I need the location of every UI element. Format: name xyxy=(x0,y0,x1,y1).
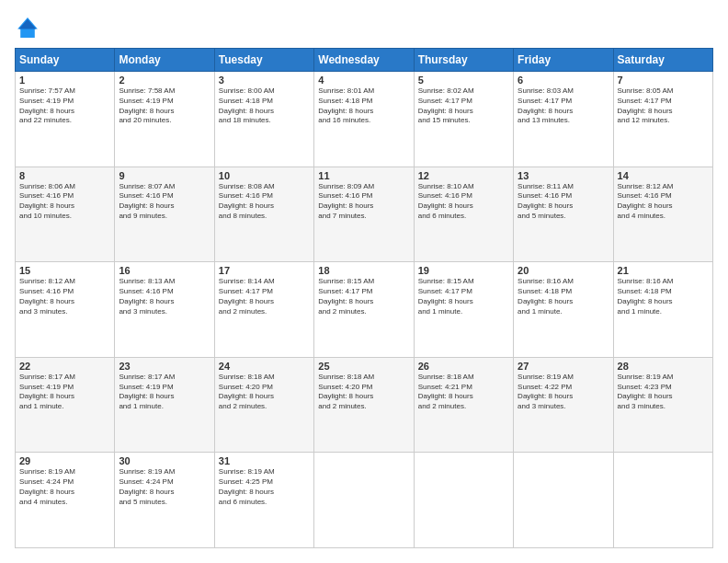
calendar-cell: 9Sunrise: 8:07 AMSunset: 4:16 PMDaylight… xyxy=(115,167,214,262)
day-number: 2 xyxy=(119,75,210,86)
calendar-cell: 5Sunrise: 8:02 AMSunset: 4:17 PMDaylight… xyxy=(414,72,513,167)
cell-info: Sunrise: 8:19 AMSunset: 4:22 PMDaylight:… xyxy=(518,373,609,412)
week-row-4: 22Sunrise: 8:17 AMSunset: 4:19 PMDayligh… xyxy=(16,357,713,453)
cell-info: Sunrise: 8:19 AMSunset: 4:25 PMDaylight:… xyxy=(219,467,310,507)
day-number: 10 xyxy=(219,170,310,181)
cell-info: Sunrise: 8:14 AMSunset: 4:17 PMDaylight:… xyxy=(219,277,310,316)
column-header-thursday: Thursday xyxy=(414,49,513,72)
calendar-cell: 19Sunrise: 8:15 AMSunset: 4:17 PMDayligh… xyxy=(414,262,513,358)
cell-info: Sunrise: 8:11 AMSunset: 4:16 PMDaylight:… xyxy=(518,182,609,222)
calendar-cell xyxy=(414,453,513,548)
calendar-cell: 24Sunrise: 8:18 AMSunset: 4:20 PMDayligh… xyxy=(214,357,313,453)
day-number: 4 xyxy=(318,75,409,86)
page: SundayMondayTuesdayWednesdayThursdayFrid… xyxy=(0,0,728,563)
calendar-cell: 15Sunrise: 8:12 AMSunset: 4:16 PMDayligh… xyxy=(16,262,115,358)
day-number: 18 xyxy=(318,265,409,276)
day-number: 27 xyxy=(518,361,609,372)
day-number: 13 xyxy=(518,170,609,181)
cell-info: Sunrise: 8:07 AMSunset: 4:16 PMDaylight:… xyxy=(119,182,210,222)
week-row-1: 1Sunrise: 7:57 AMSunset: 4:19 PMDaylight… xyxy=(16,72,713,167)
cell-info: Sunrise: 8:18 AMSunset: 4:21 PMDaylight:… xyxy=(418,373,509,412)
day-number: 7 xyxy=(618,75,709,86)
cell-info: Sunrise: 8:12 AMSunset: 4:16 PMDaylight:… xyxy=(618,182,709,222)
cell-info: Sunrise: 8:00 AMSunset: 4:18 PMDaylight:… xyxy=(219,86,310,126)
calendar-cell: 14Sunrise: 8:12 AMSunset: 4:16 PMDayligh… xyxy=(613,167,712,262)
calendar-cell: 4Sunrise: 8:01 AMSunset: 4:18 PMDaylight… xyxy=(314,72,414,167)
cell-info: Sunrise: 7:57 AMSunset: 4:19 PMDaylight:… xyxy=(19,86,110,126)
cell-info: Sunrise: 8:08 AMSunset: 4:16 PMDaylight:… xyxy=(219,182,310,222)
day-number: 22 xyxy=(19,361,110,372)
day-number: 5 xyxy=(418,75,509,86)
calendar-cell: 21Sunrise: 8:16 AMSunset: 4:18 PMDayligh… xyxy=(613,262,712,358)
day-number: 14 xyxy=(618,170,709,181)
cell-info: Sunrise: 8:12 AMSunset: 4:16 PMDaylight:… xyxy=(19,277,110,316)
day-number: 16 xyxy=(119,265,210,276)
day-number: 17 xyxy=(219,265,310,276)
day-number: 9 xyxy=(119,170,210,181)
cell-info: Sunrise: 8:03 AMSunset: 4:17 PMDaylight:… xyxy=(518,86,609,126)
week-row-3: 15Sunrise: 8:12 AMSunset: 4:16 PMDayligh… xyxy=(16,262,713,358)
calendar-cell: 31Sunrise: 8:19 AMSunset: 4:25 PMDayligh… xyxy=(214,453,313,548)
logo xyxy=(15,15,44,40)
calendar-cell: 29Sunrise: 8:19 AMSunset: 4:24 PMDayligh… xyxy=(16,453,115,548)
day-number: 25 xyxy=(318,361,409,372)
cell-info: Sunrise: 8:10 AMSunset: 4:16 PMDaylight:… xyxy=(418,182,509,222)
cell-info: Sunrise: 8:16 AMSunset: 4:18 PMDaylight:… xyxy=(618,277,709,316)
logo-icon xyxy=(15,15,40,40)
calendar-cell: 3Sunrise: 8:00 AMSunset: 4:18 PMDaylight… xyxy=(214,72,313,167)
calendar-cell xyxy=(314,453,414,548)
calendar-table: SundayMondayTuesdayWednesdayThursdayFrid… xyxy=(15,48,713,548)
day-number: 30 xyxy=(119,455,210,466)
calendar-cell: 18Sunrise: 8:15 AMSunset: 4:17 PMDayligh… xyxy=(314,262,414,358)
day-number: 31 xyxy=(219,455,310,466)
calendar-cell: 1Sunrise: 7:57 AMSunset: 4:19 PMDaylight… xyxy=(16,72,115,167)
day-number: 28 xyxy=(618,361,709,372)
day-number: 12 xyxy=(418,170,509,181)
cell-info: Sunrise: 8:13 AMSunset: 4:16 PMDaylight:… xyxy=(119,277,210,316)
cell-info: Sunrise: 8:09 AMSunset: 4:16 PMDaylight:… xyxy=(318,182,409,222)
cell-info: Sunrise: 8:06 AMSunset: 4:16 PMDaylight:… xyxy=(19,182,110,222)
cell-info: Sunrise: 8:15 AMSunset: 4:17 PMDaylight:… xyxy=(418,277,509,316)
day-number: 11 xyxy=(318,170,409,181)
calendar-cell: 12Sunrise: 8:10 AMSunset: 4:16 PMDayligh… xyxy=(414,167,513,262)
calendar-cell: 13Sunrise: 8:11 AMSunset: 4:16 PMDayligh… xyxy=(514,167,613,262)
cell-info: Sunrise: 8:18 AMSunset: 4:20 PMDaylight:… xyxy=(219,373,310,412)
calendar-cell: 2Sunrise: 7:58 AMSunset: 4:19 PMDaylight… xyxy=(115,72,214,167)
day-number: 24 xyxy=(219,361,310,372)
day-number: 3 xyxy=(219,75,310,86)
cell-info: Sunrise: 8:15 AMSunset: 4:17 PMDaylight:… xyxy=(318,277,409,316)
calendar-cell: 26Sunrise: 8:18 AMSunset: 4:21 PMDayligh… xyxy=(414,357,513,453)
cell-info: Sunrise: 8:17 AMSunset: 4:19 PMDaylight:… xyxy=(119,373,210,412)
calendar-cell: 20Sunrise: 8:16 AMSunset: 4:18 PMDayligh… xyxy=(514,262,613,358)
calendar-cell: 8Sunrise: 8:06 AMSunset: 4:16 PMDaylight… xyxy=(16,167,115,262)
column-header-saturday: Saturday xyxy=(613,49,712,72)
calendar-cell: 10Sunrise: 8:08 AMSunset: 4:16 PMDayligh… xyxy=(214,167,313,262)
calendar-header-row: SundayMondayTuesdayWednesdayThursdayFrid… xyxy=(16,49,713,72)
calendar-cell: 25Sunrise: 8:18 AMSunset: 4:20 PMDayligh… xyxy=(314,357,414,453)
calendar-cell: 17Sunrise: 8:14 AMSunset: 4:17 PMDayligh… xyxy=(214,262,313,358)
day-number: 20 xyxy=(518,265,609,276)
day-number: 15 xyxy=(19,265,110,276)
calendar-cell: 23Sunrise: 8:17 AMSunset: 4:19 PMDayligh… xyxy=(115,357,214,453)
day-number: 29 xyxy=(19,455,110,466)
cell-info: Sunrise: 8:05 AMSunset: 4:17 PMDaylight:… xyxy=(618,86,709,126)
calendar-cell: 6Sunrise: 8:03 AMSunset: 4:17 PMDaylight… xyxy=(514,72,613,167)
day-number: 6 xyxy=(518,75,609,86)
cell-info: Sunrise: 7:58 AMSunset: 4:19 PMDaylight:… xyxy=(119,86,210,126)
calendar-cell: 30Sunrise: 8:19 AMSunset: 4:24 PMDayligh… xyxy=(115,453,214,548)
calendar-cell: 22Sunrise: 8:17 AMSunset: 4:19 PMDayligh… xyxy=(16,357,115,453)
column-header-monday: Monday xyxy=(115,49,214,72)
column-header-friday: Friday xyxy=(514,49,613,72)
calendar-cell: 11Sunrise: 8:09 AMSunset: 4:16 PMDayligh… xyxy=(314,167,414,262)
day-number: 1 xyxy=(19,75,110,86)
cell-info: Sunrise: 8:01 AMSunset: 4:18 PMDaylight:… xyxy=(318,86,409,126)
day-number: 21 xyxy=(618,265,709,276)
cell-info: Sunrise: 8:18 AMSunset: 4:20 PMDaylight:… xyxy=(318,373,409,412)
day-number: 26 xyxy=(418,361,509,372)
day-number: 19 xyxy=(418,265,509,276)
week-row-2: 8Sunrise: 8:06 AMSunset: 4:16 PMDaylight… xyxy=(16,167,713,262)
calendar-cell: 7Sunrise: 8:05 AMSunset: 4:17 PMDaylight… xyxy=(613,72,712,167)
cell-info: Sunrise: 8:02 AMSunset: 4:17 PMDaylight:… xyxy=(418,86,509,126)
cell-info: Sunrise: 8:19 AMSunset: 4:24 PMDaylight:… xyxy=(119,467,210,507)
day-number: 8 xyxy=(19,170,110,181)
